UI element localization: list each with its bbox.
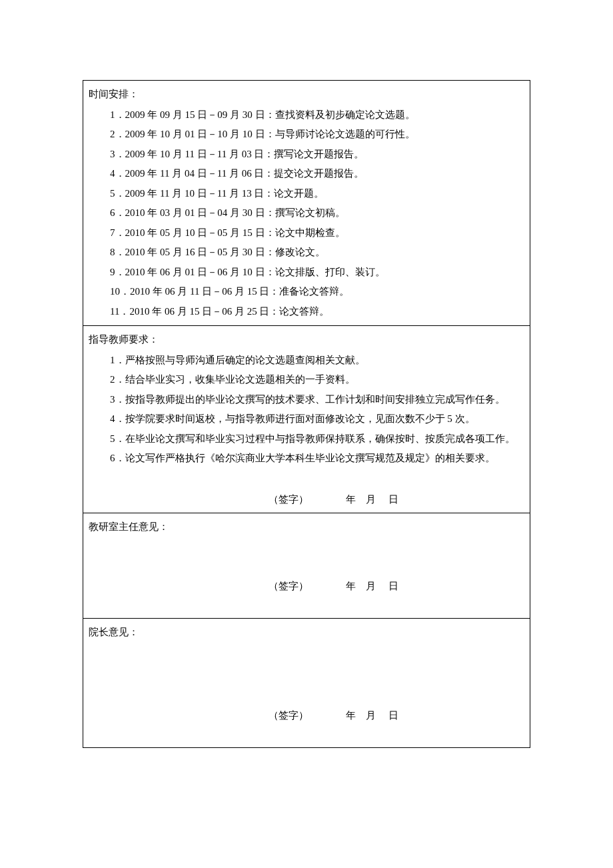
- list-item: 1．2009 年 09 月 15 日－09 月 30 日：查找资料及初步确定论文…: [110, 105, 524, 125]
- advisor-cell: 指导教师要求： 1．严格按照与导师沟通后确定的论文选题查阅相关文献。 2．结合毕…: [83, 326, 530, 513]
- dean-cell: 院长意见： （签字） 年 月 日: [83, 619, 530, 748]
- table-row: 时间安排： 1．2009 年 09 月 15 日－09 月 30 日：查找资料及…: [83, 81, 530, 326]
- list-item: 2．2009 年 10 月 01 日－10 月 10 日：与导师讨论论文选题的可…: [110, 125, 524, 144]
- spacer: [89, 595, 524, 614]
- table-row: 院长意见： （签字） 年 月 日: [83, 619, 530, 748]
- list-item: 4．2009 年 11 月 04 日－11 月 06 日：提交论文开题报告。: [110, 164, 524, 183]
- table-row: 指导教师要求： 1．严格按照与导师沟通后确定的论文选题查阅相关文献。 2．结合毕…: [83, 326, 530, 513]
- list-item: 8．2010 年 05 月 16 日－05 月 30 日：修改论文。: [110, 243, 524, 262]
- list-item: 5．在毕业论文撰写和毕业实习过程中与指导教师保持联系，确保按时、按质完成各项工作…: [110, 429, 524, 449]
- office-director-heading: 教研室主任意见：: [89, 517, 524, 537]
- dean-heading: 院长意见：: [89, 623, 524, 642]
- page-container: 时间安排： 1．2009 年 09 月 15 日－09 月 30 日：查找资料及…: [83, 80, 530, 748]
- list-item: 10．2010 年 06 月 11 日－06 月 15 日：准备论文答辩。: [110, 282, 524, 301]
- list-item: 4．按学院要求时间返校，与指导教师进行面对面修改论文，见面次数不少于 5 次。: [110, 409, 524, 429]
- advisor-signature-line: （签字） 年 月 日: [89, 490, 524, 509]
- spacer: [89, 725, 524, 743]
- list-item: 6．2010 年 03 月 01 日－04 月 30 日：撰写论文初稿。: [110, 203, 524, 223]
- list-item: 1．严格按照与导师沟通后确定的论文选题查阅相关文献。: [110, 351, 524, 370]
- list-item: 2．结合毕业实习，收集毕业论文选题相关的一手资料。: [110, 370, 524, 389]
- office-director-cell: 教研室主任意见： （签字） 年 月 日: [83, 513, 530, 619]
- advisor-list: 1．严格按照与导师沟通后确定的论文选题查阅相关文献。 2．结合毕业实习，收集毕业…: [89, 351, 524, 468]
- list-item: 9．2010 年 06 月 01 日－06 月 10 日：论文排版、打印、装订。: [110, 263, 524, 282]
- list-item: 6．论文写作严格执行《哈尔滨商业大学本科生毕业论文撰写规范及规定》的相关要求。: [110, 449, 524, 468]
- list-item: 7．2010 年 05 月 10 日－05 月 15 日：论文中期检查。: [110, 223, 524, 243]
- dean-signature-line: （签字） 年 月 日: [89, 706, 524, 725]
- schedule-cell: 时间安排： 1．2009 年 09 月 15 日－09 月 30 日：查找资料及…: [83, 81, 530, 326]
- spacer: [89, 538, 524, 574]
- table-row: 教研室主任意见： （签字） 年 月 日: [83, 513, 530, 619]
- list-item: 5．2009 年 11 月 10 日－11 月 13 日：论文开题。: [110, 184, 524, 203]
- spacer: [89, 469, 524, 487]
- list-item: 3．2009 年 10 月 11 日－11 月 03 日：撰写论文开题报告。: [110, 145, 524, 164]
- list-item: 11．2010 年 06 月 15 日－06 月 25 日：论文答辩。: [110, 302, 524, 321]
- form-table: 时间安排： 1．2009 年 09 月 15 日－09 月 30 日：查找资料及…: [83, 80, 530, 748]
- schedule-heading: 时间安排：: [89, 85, 524, 104]
- spacer: [89, 643, 524, 703]
- office-director-signature-line: （签字） 年 月 日: [89, 577, 524, 596]
- list-item: 3．按指导教师提出的毕业论文撰写的技术要求、工作计划和时间安排独立完成写作任务。: [110, 390, 524, 409]
- advisor-heading: 指导教师要求：: [89, 330, 524, 349]
- schedule-list: 1．2009 年 09 月 15 日－09 月 30 日：查找资料及初步确定论文…: [89, 105, 524, 321]
